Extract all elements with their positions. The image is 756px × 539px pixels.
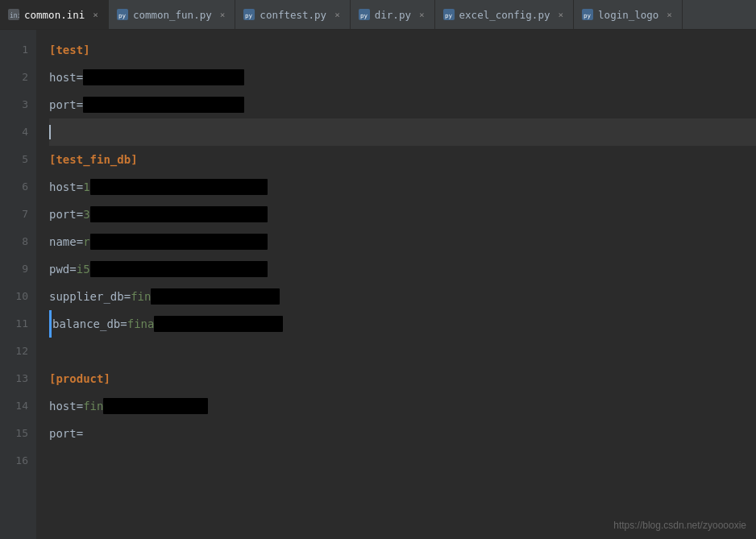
tab-label: dir.py	[375, 9, 411, 21]
tab-dir-py[interactable]: py dir.py ×	[351, 0, 435, 29]
line-num-4: 4	[0, 118, 28, 146]
py-icon: py	[582, 9, 593, 20]
key-pwd: pwd	[49, 255, 69, 283]
line-num-2: 2	[0, 64, 28, 91]
code-line-13: [product]	[49, 365, 756, 392]
section-test: [test]	[49, 36, 90, 64]
val-host2: 1	[83, 173, 89, 201]
py-icon: py	[243, 9, 255, 20]
key-port3: port=	[49, 420, 83, 447]
code-line-11: balance_db=fina	[49, 310, 756, 338]
svg-text:py: py	[245, 12, 253, 19]
key-port: port=	[49, 91, 83, 118]
key-host2: host	[49, 173, 77, 201]
tab-close-icon[interactable]: ×	[417, 9, 426, 21]
redact-14	[103, 398, 208, 414]
section-product: [product]	[49, 365, 110, 392]
line-num-16: 16	[0, 447, 28, 475]
val-supplier-db: fin	[131, 283, 151, 310]
py-icon: py	[443, 9, 455, 20]
section-test-fin-db: [test_fin_db]	[49, 146, 138, 173]
line-num-3: 3	[0, 91, 28, 118]
tab-conftest-py[interactable]: py conftest.py ×	[235, 0, 350, 29]
line-num-9: 9	[0, 255, 28, 283]
tab-excel-config-py[interactable]: py excel_config.py ×	[435, 0, 575, 29]
redact-6	[90, 179, 268, 195]
ini-icon: ini	[8, 9, 19, 20]
line-numbers: 1 2 3 4 5 6 7 8 9 10 11 12 13 14 15 16	[0, 30, 36, 539]
tab-label: login_logo	[598, 9, 658, 21]
code-line-16	[49, 447, 756, 475]
code-line-4	[49, 118, 756, 146]
line-num-7: 7	[0, 201, 28, 228]
code-line-6: host = 1	[49, 173, 756, 201]
tab-label: common_fun.py	[133, 9, 212, 21]
equals-6: =	[77, 173, 83, 201]
tab-close-icon[interactable]: ×	[218, 9, 227, 21]
line-num-1: 1	[0, 36, 28, 64]
line-num-5: 5	[0, 146, 28, 173]
tab-common-ini[interactable]: ini common.ini ×	[0, 0, 109, 29]
line-num-13: 13	[0, 365, 28, 392]
code-line-10: supplier_db=fin	[49, 283, 756, 310]
accent-bar	[49, 310, 52, 338]
tab-label: excel_config.py	[459, 9, 550, 21]
cursor	[49, 125, 51, 139]
tab-label: conftest.py	[260, 9, 326, 21]
equals-7: =	[77, 201, 83, 228]
code-line-1: [test]	[49, 36, 756, 64]
redact-10	[151, 288, 280, 305]
code-line-9: pwd = i5	[49, 255, 756, 283]
tab-bar: ini common.ini × py common_fun.py × py c…	[0, 0, 756, 30]
line-num-10: 10	[0, 283, 28, 310]
tab-close-icon[interactable]: ×	[91, 9, 100, 21]
line-num-8: 8	[0, 228, 28, 255]
equals-10: =	[124, 283, 131, 310]
line-num-11: 11	[0, 310, 28, 338]
svg-text:py: py	[118, 12, 127, 19]
svg-text:py: py	[445, 12, 453, 19]
code-line-3: port=	[49, 91, 756, 118]
line-num-12: 12	[0, 338, 28, 365]
val-pwd: i5	[77, 255, 90, 283]
key-supplier-db: supplier_db	[49, 283, 124, 310]
code-line-8: name = r	[49, 228, 756, 255]
code-line-7: port = 3	[49, 201, 756, 228]
redact-7	[90, 206, 268, 222]
line-num-15: 15	[0, 420, 28, 447]
tab-close-icon[interactable]: ×	[665, 9, 674, 21]
svg-text:py: py	[584, 12, 592, 19]
code-line-12	[49, 338, 756, 365]
equals-11: =	[120, 310, 127, 338]
val-balance-db: fina	[127, 310, 155, 338]
key-name: name	[49, 228, 77, 255]
code-line-2: host=	[49, 64, 756, 91]
line-num-14: 14	[0, 392, 28, 420]
key-host: host=	[49, 64, 83, 91]
tab-label: common.ini	[24, 9, 85, 21]
code-content[interactable]: [test] host= port= [test_fin_db] host = …	[36, 30, 756, 539]
equals-8: =	[77, 228, 83, 255]
redact-host	[83, 69, 244, 85]
code-line-15: port=	[49, 420, 756, 447]
tab-close-icon[interactable]: ×	[333, 9, 342, 21]
watermark: https://blog.csdn.net/zyooooxie	[613, 520, 746, 531]
key-host3: host=	[49, 392, 83, 420]
code-line-14: host=fin	[49, 392, 756, 420]
py-icon: py	[359, 9, 370, 20]
tab-close-icon[interactable]: ×	[556, 9, 565, 21]
val-host3: fin	[83, 392, 103, 420]
val-port2: 3	[83, 201, 89, 228]
redact-11	[154, 316, 283, 332]
redact-port	[83, 97, 244, 113]
tab-common-fun-py[interactable]: py common_fun.py ×	[109, 0, 235, 29]
val-name: r	[83, 228, 89, 255]
svg-text:py: py	[360, 12, 368, 19]
key-balance-db: balance_db	[49, 310, 120, 338]
redact-9	[90, 261, 268, 277]
key-port2: port	[49, 201, 77, 228]
editor-area[interactable]: 1 2 3 4 5 6 7 8 9 10 11 12 13 14 15 16 […	[0, 30, 756, 539]
redact-8	[90, 234, 268, 250]
tab-login-logo[interactable]: py login_logo ×	[574, 0, 683, 29]
line-num-6: 6	[0, 173, 28, 201]
